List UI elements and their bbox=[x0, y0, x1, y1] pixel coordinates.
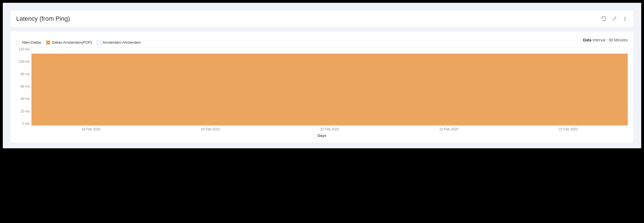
legend-item-dallas-amsterdam[interactable]: Dallas-Amsterdam(POP) bbox=[46, 40, 92, 44]
legend-swatch-icon bbox=[97, 41, 101, 44]
refresh-icon[interactable] bbox=[601, 16, 607, 22]
y-tick: 60 ms bbox=[20, 84, 30, 88]
legend-label: Allen-Dallas bbox=[22, 40, 41, 44]
chart-top-bar: Allen-Dallas Dallas-Amsterdam(POP) Amste… bbox=[16, 35, 628, 44]
svg-point-0 bbox=[625, 17, 626, 18]
x-tick: 20 Feb 2020 bbox=[320, 127, 339, 131]
x-tick: 21 Feb 2020 bbox=[439, 127, 458, 131]
chart-card: Allen-Dallas Dallas-Amsterdam(POP) Amste… bbox=[11, 31, 633, 143]
chart-title: Latency (from Ping) bbox=[16, 15, 70, 22]
y-axis: 120 ms 100 ms 80 ms 60 ms 40 ms 20 ms 0 … bbox=[16, 47, 31, 126]
y-tick: 40 ms bbox=[20, 97, 30, 101]
y-tick: 80 ms bbox=[20, 72, 30, 76]
legend-swatch-icon bbox=[16, 41, 20, 44]
plot-area[interactable] bbox=[31, 47, 628, 126]
card-header: Latency (from Ping) bbox=[11, 11, 633, 27]
legend-label: Dallas-Amsterdam(POP) bbox=[52, 40, 92, 44]
y-tick: 120 ms bbox=[19, 47, 30, 51]
legend-label: Amsterdam-Amsterdam bbox=[102, 40, 141, 44]
svg-point-2 bbox=[625, 20, 626, 21]
header-actions bbox=[601, 16, 628, 22]
edit-icon[interactable] bbox=[612, 16, 617, 22]
y-tick: 20 ms bbox=[20, 109, 30, 113]
legend-item-allen-dallas[interactable]: Allen-Dallas bbox=[16, 40, 41, 44]
x-tick: 22 Feb 2020 bbox=[559, 127, 577, 131]
x-axis-label: Days bbox=[16, 133, 628, 138]
x-tick: 19 Feb 2020 bbox=[201, 127, 220, 131]
dashboard-panel: Latency (from Ping) bbox=[3, 3, 641, 148]
svg-point-1 bbox=[625, 18, 626, 19]
legend-item-amsterdam-amsterdam[interactable]: Amsterdam-Amsterdam bbox=[97, 40, 141, 44]
legend-swatch-icon bbox=[46, 41, 50, 44]
more-icon[interactable] bbox=[622, 16, 628, 22]
plot-wrap: 120 ms 100 ms 80 ms 60 ms 40 ms 20 ms 0 … bbox=[16, 47, 628, 126]
series-area-dallas-amsterdam bbox=[32, 54, 628, 125]
legend: Allen-Dallas Dallas-Amsterdam(POP) Amste… bbox=[16, 35, 141, 44]
x-axis: 18 Feb 2020 19 Feb 2020 20 Feb 2020 21 F… bbox=[31, 127, 628, 131]
data-interval-label: Data Interval : 30 Minutes bbox=[583, 38, 628, 42]
y-tick: 100 ms bbox=[19, 60, 30, 64]
y-tick: 0 ms bbox=[22, 122, 30, 126]
x-tick: 18 Feb 2020 bbox=[82, 127, 100, 131]
